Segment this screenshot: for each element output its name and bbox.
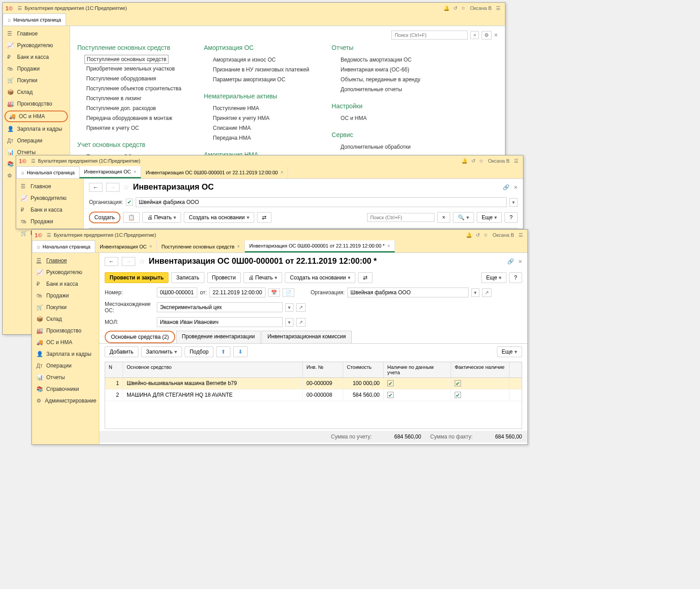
favorite-icon[interactable]: ☆: [123, 183, 129, 191]
open-icon[interactable]: ↗: [296, 318, 306, 327]
history-icon[interactable]: ↺: [476, 232, 480, 238]
doc-icon[interactable]: 📄: [283, 288, 294, 297]
table-row[interactable]: 1Швейно-вышивальная машина Bernette b790…: [105, 378, 522, 390]
forward-button[interactable]: →: [106, 183, 120, 192]
link-Приобретение земельных участков[interactable]: Приобретение земельных участков: [77, 64, 182, 74]
column-header[interactable]: Инв. №: [303, 362, 343, 377]
link-Поступление НМА[interactable]: Поступление НМА: [204, 103, 309, 113]
tab-doc[interactable]: Инвентаризация ОС 0Ш00-000001 от 22.11.2…: [245, 240, 395, 252]
sidebar-item-Продажи[interactable]: 🛍Продажи: [32, 290, 99, 301]
column-header[interactable]: Комментарий: [458, 228, 512, 229]
print-button[interactable]: 🖨 Печать▾: [244, 272, 283, 283]
link-Принятие к учету ОС[interactable]: Принятие к учету ОС: [77, 123, 182, 133]
post-close-button[interactable]: Провести и закрыть: [105, 272, 168, 283]
column-header[interactable]: N: [105, 362, 123, 377]
back-button[interactable]: ←: [89, 183, 102, 192]
sidebar-item-ОС и НМА[interactable]: 🚚ОС и НМА: [4, 111, 68, 122]
menu-icon[interactable]: ☰: [514, 158, 518, 164]
search-input[interactable]: [391, 31, 468, 40]
link-Параметры амортизации ОС[interactable]: Параметры амортизации ОС: [204, 75, 309, 84]
tab-assets[interactable]: Основные средства (2): [105, 331, 175, 343]
sidebar-item-Справочники[interactable]: 📚Справочники: [32, 383, 99, 395]
more-button[interactable]: Еще▾: [497, 346, 522, 357]
tab-home[interactable]: ⌂Начальная страница: [32, 240, 95, 252]
link-Поступление оборудования[interactable]: Поступление оборудования: [77, 74, 182, 84]
tab-conducting[interactable]: Проведение инвентаризации: [176, 331, 261, 343]
link-Передача оборудования в монтаж[interactable]: Передача оборудования в монтаж: [77, 113, 182, 123]
tab-home[interactable]: ⌂Начальная страница: [16, 166, 80, 178]
sidebar-item-Зарплата и кадры[interactable]: 👤Зарплата и кадры: [32, 348, 99, 360]
copy-button[interactable]: 📋: [123, 212, 140, 223]
column-header[interactable]: Организация: [368, 228, 458, 229]
link-icon[interactable]: 🔗: [507, 258, 514, 265]
tab-close-icon[interactable]: ×: [387, 244, 390, 248]
tab-inventory[interactable]: Инвентаризация ОС×: [95, 240, 157, 252]
link-Принятие к учету НМА[interactable]: Принятие к учету НМА: [204, 113, 309, 123]
org-check-icon[interactable]: ✔: [126, 199, 133, 206]
down-button[interactable]: ⬇: [233, 346, 248, 357]
search-clear[interactable]: ×: [470, 31, 478, 39]
close-icon[interactable]: ×: [514, 184, 518, 191]
tab-close-icon[interactable]: ×: [237, 244, 240, 249]
link-Передача НМА[interactable]: Передача НМА: [204, 133, 309, 143]
sidebar-item-Главное[interactable]: ☰Главное: [32, 255, 99, 266]
star-icon[interactable]: ☆: [479, 158, 483, 164]
column-header[interactable]: Наличие по данным учета: [384, 362, 451, 377]
sidebar-item-Руководителю[interactable]: 📈Руководителю: [16, 192, 83, 204]
search-button[interactable]: 🔍▾: [453, 212, 474, 223]
menu-icon[interactable]: ☰: [518, 232, 523, 238]
loc-input[interactable]: [157, 302, 283, 312]
column-header[interactable]: Стоимость: [343, 362, 384, 377]
link-ОС и НМА[interactable]: ОС и НМА: [332, 113, 420, 123]
back-button[interactable]: ←: [105, 257, 118, 266]
bell-icon[interactable]: 🔔: [461, 158, 468, 164]
tab-home[interactable]: ⌂ Начальная страница: [3, 13, 66, 26]
column-header[interactable]: Местонахождение ОС: [188, 228, 256, 229]
create-based-button[interactable]: Создать на основании▾: [285, 272, 355, 283]
link-Поступление в лизинг[interactable]: Поступление в лизинг: [77, 93, 182, 103]
dropdown-icon[interactable]: ▾: [509, 198, 518, 207]
open-icon[interactable]: ↗: [296, 303, 306, 312]
sidebar-item-Покупки[interactable]: 🛒Покупки: [32, 301, 99, 313]
tab-close-icon[interactable]: ×: [133, 169, 136, 174]
sidebar-item-Продажи[interactable]: 🛍Продажи: [16, 216, 83, 227]
fill-button[interactable]: Заполнить▾: [141, 346, 182, 357]
select-button[interactable]: Подбор: [185, 346, 213, 357]
sidebar-item-Операции[interactable]: ДтОперации: [3, 135, 70, 146]
hamburger-icon[interactable]: ☰: [31, 158, 35, 164]
menu-icon[interactable]: ☰: [496, 5, 501, 11]
create-based-button[interactable]: Создать на основании▾: [184, 212, 254, 223]
tab-close-icon[interactable]: ×: [280, 170, 283, 175]
close-icon[interactable]: ×: [518, 258, 522, 265]
link-Дополнительные обработки[interactable]: Дополнительные обработки: [332, 142, 420, 152]
search-input[interactable]: [367, 213, 434, 222]
open-icon[interactable]: ↗: [482, 288, 492, 297]
user-label[interactable]: Оксана В: [488, 158, 509, 164]
sidebar-item-Главное[interactable]: ☰Главное: [3, 28, 70, 40]
close-icon[interactable]: ×: [494, 31, 498, 39]
post-button[interactable]: Провести: [207, 272, 241, 283]
sidebar-item-Руководителю[interactable]: 📈Руководителю: [32, 266, 99, 278]
num-input[interactable]: [157, 288, 197, 297]
column-header[interactable]: Фактическое наличие: [451, 362, 509, 377]
sidebar-item-Руководителю[interactable]: 📈Руководителю: [3, 40, 70, 51]
add-button[interactable]: Добавить: [105, 346, 138, 357]
sidebar-item-Склад[interactable]: 📦Склад: [32, 313, 99, 325]
org-input[interactable]: [347, 288, 469, 297]
column-header[interactable]: МОЛ: [256, 228, 368, 229]
link-Поступление объектов строительства[interactable]: Поступление объектов строительства: [77, 84, 182, 93]
print-button[interactable]: 🖨 Печать▾: [142, 212, 182, 223]
link-Признание в НУ лизинговых платежей[interactable]: Признание в НУ лизинговых платежей: [204, 65, 309, 75]
sidebar-item-Склад[interactable]: 📦Склад: [3, 86, 70, 98]
bell-icon[interactable]: 🔔: [466, 232, 472, 238]
history-icon[interactable]: ↺: [453, 5, 457, 11]
sidebar-item-Продажи[interactable]: 🛍Продажи: [3, 63, 70, 75]
link-Поступление доп. расходов[interactable]: Поступление доп. расходов: [77, 103, 182, 113]
more-button[interactable]: Еще▾: [477, 212, 502, 223]
create-button[interactable]: Создать: [89, 212, 120, 223]
sidebar-item-Банк и касса[interactable]: ₽Банк и касса: [32, 278, 99, 290]
toggle-button[interactable]: ⇄: [358, 272, 372, 283]
hamburger-icon[interactable]: ☰: [18, 5, 22, 11]
sidebar-item-Покупки[interactable]: 🛒Покупки: [3, 75, 70, 86]
user-label[interactable]: Оксана В: [470, 5, 492, 11]
